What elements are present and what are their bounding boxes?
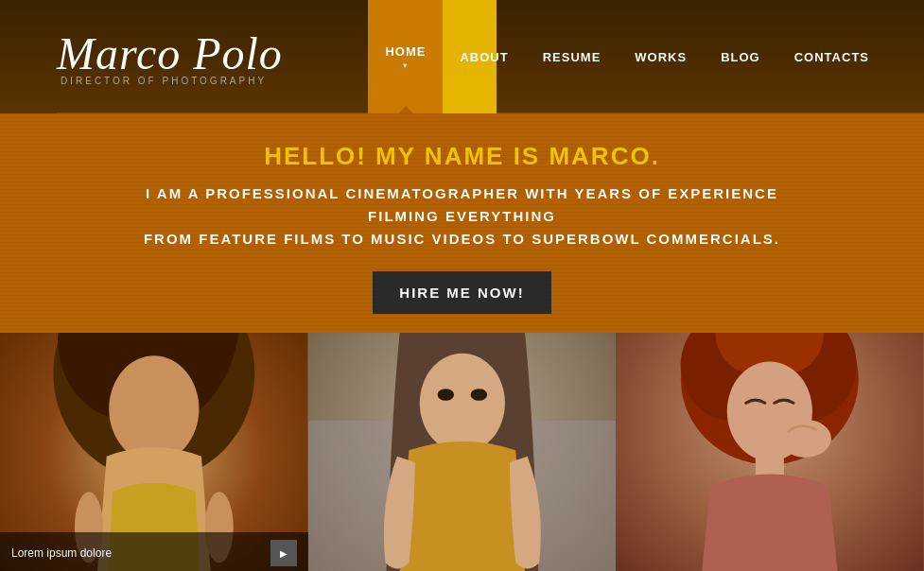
- logo-subtitle: DIRECTOR OF PHOTOGRAPHY: [61, 76, 283, 86]
- nav: HOME ▾ ABOUT RESUME WORKS BLOG CONTACTS: [368, 0, 886, 113]
- nav-item-resume[interactable]: RESUME: [526, 0, 619, 113]
- portfolio-item-2[interactable]: [308, 333, 617, 571]
- portfolio-item-3[interactable]: [616, 333, 924, 571]
- play-button-1[interactable]: ▶: [270, 540, 297, 566]
- svg-point-10: [437, 389, 454, 401]
- nav-item-blog[interactable]: BLOG: [704, 0, 777, 113]
- hero-section: HELLO! MY NAME IS MARCO. I AM A PROFESSI…: [0, 113, 924, 333]
- header: Marco Polo DIRECTOR OF PHOTOGRAPHY HOME …: [0, 0, 924, 113]
- nav-item-about[interactable]: ABOUT: [443, 0, 525, 113]
- hero-description: I AM A PROFESSIONAL CINEMATOGRAPHER WITH…: [131, 182, 793, 251]
- logo-name[interactable]: Marco Polo: [57, 27, 283, 79]
- portfolio-item-1[interactable]: Lorem ipsum dolore ▶: [0, 333, 308, 571]
- caption-bar-1: Lorem ipsum dolore ▶: [0, 532, 308, 571]
- hero-title: HELLO! MY NAME IS MARCO.: [19, 142, 905, 171]
- nav-item-works[interactable]: WORKS: [618, 0, 704, 113]
- logo-area: Marco Polo DIRECTOR OF PHOTOGRAPHY: [57, 27, 283, 86]
- portfolio-grid: Lorem ipsum dolore ▶: [0, 333, 924, 571]
- svg-point-4: [109, 355, 199, 462]
- nav-item-contacts[interactable]: CONTACTS: [777, 0, 886, 113]
- svg-point-11: [470, 389, 487, 401]
- hire-me-button[interactable]: HIRE ME NOW!: [373, 271, 550, 314]
- chevron-down-icon: ▾: [403, 61, 408, 70]
- svg-point-9: [419, 354, 504, 453]
- caption-text-1: Lorem ipsum dolore: [11, 546, 112, 560]
- nav-item-home[interactable]: HOME ▾: [368, 0, 443, 113]
